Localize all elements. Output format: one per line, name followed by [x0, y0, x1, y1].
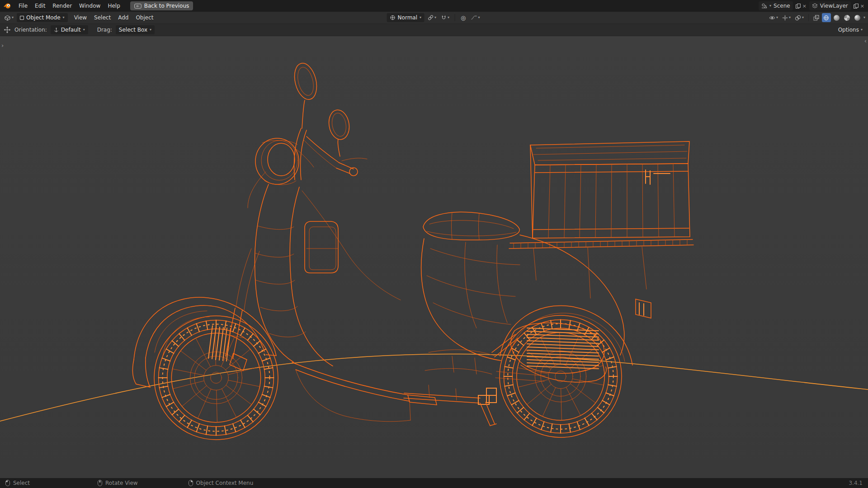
unlink-scene-button[interactable]: × [802, 4, 807, 9]
material-sphere-icon [844, 15, 850, 21]
viewport-header: ▾ Object Mode ▾ View Select Add Object N… [0, 12, 868, 24]
chevron-down-icon: ▾ [769, 4, 771, 8]
blender-logo-icon[interactable] [4, 3, 11, 9]
object-visibility-button[interactable]: ▾ [768, 13, 779, 22]
show-gizmo-button[interactable]: ▾ [781, 13, 792, 22]
menu-file[interactable]: File [15, 1, 31, 10]
viewlayer-name: ViewLayer [820, 3, 848, 9]
menu-object[interactable]: Object [132, 13, 157, 22]
back-to-previous-button[interactable]: Back to Previous [130, 1, 193, 10]
status-hint-rotate: Rotate View [98, 480, 138, 486]
menu-help[interactable]: Help [104, 1, 123, 10]
options-label: Options [838, 27, 859, 33]
orientation-value: Normal [398, 14, 417, 21]
back-to-previous-label: Back to Previous [144, 3, 189, 9]
show-overlays-button[interactable]: ▾ [793, 13, 805, 22]
shading-wireframe-button[interactable] [822, 13, 831, 22]
status-hint-context-menu: Object Context Menu [189, 480, 254, 486]
menu-window[interactable]: Window [75, 1, 104, 10]
3d-viewport[interactable]: › ‹ [0, 36, 868, 478]
blender-window: File Edit Render Window Help Back to Pre… [0, 0, 868, 488]
drag-dropdown[interactable]: Select Box ▾ [116, 25, 155, 34]
status-bar: Select Rotate View Object Context Menu 3… [0, 478, 868, 488]
editor-type-selector[interactable]: ▾ [3, 13, 15, 22]
rendered-sphere-icon [854, 15, 860, 21]
topbar: File Edit Render Window Help Back to Pre… [0, 0, 868, 12]
chevron-down-icon: ▾ [420, 16, 421, 19]
shading-solid-button[interactable] [832, 13, 841, 22]
proportional-falloff-button[interactable]: ▾ [469, 13, 481, 22]
menu-edit[interactable]: Edit [31, 1, 49, 10]
menu-view[interactable]: View [71, 13, 90, 22]
header-right-controls: ▾ ▾ ▾ [768, 13, 865, 22]
falloff-curve-icon [471, 15, 477, 20]
chevron-down-icon: ▾ [63, 16, 65, 19]
status-hint-label: Select [13, 480, 30, 486]
chevron-down-icon: ▾ [448, 16, 449, 19]
orientation-default-dropdown[interactable]: Default ▾ [51, 25, 88, 34]
axis-icon [54, 28, 59, 33]
chevron-down-icon: ▾ [861, 28, 863, 32]
tool-settings-bar: Orientation: Default ▾ Drag: Select Box … [0, 24, 868, 36]
status-hint-select: Select [5, 480, 30, 486]
menu-render[interactable]: Render [49, 1, 75, 10]
mode-label: Object Mode [26, 14, 61, 21]
new-scene-button[interactable] [796, 4, 800, 8]
orientation-label: Orientation: [14, 27, 47, 33]
viewlayer-selector[interactable]: ViewLayer [809, 1, 851, 10]
new-viewlayer-button[interactable] [854, 4, 858, 8]
blender-version: 3.4.1 [849, 480, 863, 486]
shading-dropdown-chevron-icon[interactable]: ▾ [863, 16, 865, 19]
chevron-down-icon: ▾ [776, 16, 778, 19]
wireframe-sphere-icon [823, 15, 829, 21]
menu-add[interactable]: Add [114, 13, 132, 22]
magnet-icon [441, 15, 447, 20]
gizmo-icon [782, 15, 788, 21]
status-hint-label: Object Context Menu [196, 480, 254, 486]
chevron-down-icon: ▾ [150, 28, 151, 32]
proportional-editing-toggle[interactable]: ◎ [459, 13, 467, 22]
chevron-down-icon: ▾ [12, 16, 14, 19]
object-mode-icon [20, 16, 24, 20]
mouse-right-icon [189, 480, 193, 486]
transform-orientation-dropdown[interactable]: Normal ▾ [387, 13, 425, 22]
separator [808, 14, 809, 21]
orientation-default-value: Default [61, 27, 81, 33]
topbar-right: ▾ Scene × ViewLayer × [759, 1, 864, 10]
separator [455, 14, 455, 21]
mouse-left-icon [5, 480, 10, 486]
scene-icon [761, 3, 767, 9]
remove-viewlayer-button[interactable]: × [860, 4, 864, 9]
drag-label: Drag: [97, 27, 112, 33]
shading-rendered-button[interactable] [853, 13, 862, 22]
scene-selector[interactable]: ▾ Scene [759, 1, 793, 10]
viewlayer-icon [812, 3, 818, 9]
shading-material-button[interactable] [843, 13, 852, 22]
status-hint-label: Rotate View [105, 480, 138, 486]
wireframe-scooter-model [0, 36, 868, 478]
scene-name: Scene [774, 3, 790, 9]
orientation-globe-icon [390, 15, 396, 20]
menu-select[interactable]: Select [90, 13, 114, 22]
snap-toggle-button[interactable]: ▾ [440, 13, 451, 22]
back-screen-icon [134, 4, 142, 9]
chevron-down-icon: ▾ [83, 28, 85, 32]
toggle-xray-button[interactable] [812, 13, 821, 22]
viewport-editor-icon [4, 15, 11, 21]
xray-icon [813, 15, 819, 21]
drag-value: Select Box [119, 27, 147, 33]
overlays-icon [795, 15, 801, 21]
options-dropdown[interactable]: Options ▾ [838, 27, 864, 33]
mouse-middle-icon [98, 480, 102, 486]
chain-link-icon [428, 15, 434, 20]
snap-target-button[interactable]: ▾ [427, 13, 438, 22]
chevron-down-icon: ▾ [434, 16, 436, 19]
chevron-down-icon: ▾ [802, 16, 804, 19]
chevron-down-icon: ▾ [478, 16, 480, 19]
header-center-controls: Normal ▾ ▾ ▾ ◎ [387, 13, 481, 22]
move-tool-icon[interactable] [4, 26, 11, 33]
solid-sphere-icon [834, 15, 840, 21]
mode-dropdown[interactable]: Object Mode ▾ [17, 13, 68, 22]
chevron-down-icon: ▾ [789, 16, 791, 19]
eye-icon [769, 16, 775, 20]
